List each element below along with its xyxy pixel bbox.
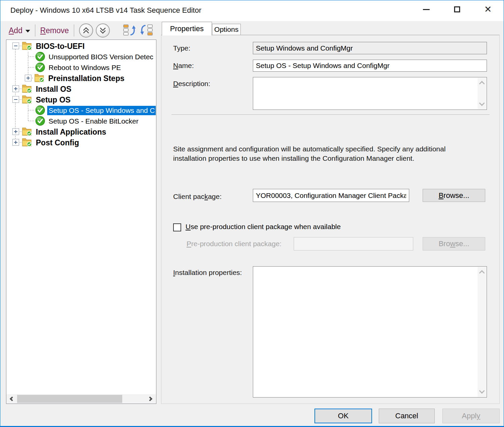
tree-item[interactable]: Preinstallation Steps xyxy=(6,73,156,83)
remove-button-label: Remove xyxy=(40,26,69,35)
reorder-up-icon xyxy=(123,24,136,37)
dropdown-caret-icon xyxy=(25,30,30,32)
site-assignment-info-text: Site assignment and configuration will b… xyxy=(173,144,458,163)
folder-check-icon xyxy=(22,41,32,51)
tree-item[interactable]: Install OS xyxy=(6,83,156,94)
close-button[interactable]: ✕ xyxy=(473,0,503,18)
reorder-down-icon xyxy=(140,24,153,37)
section-separator xyxy=(171,115,490,115)
tab-options[interactable]: Options xyxy=(212,24,241,35)
cancel-button-label: Cancel xyxy=(395,412,418,420)
preproduction-package-label: Pre-production client package: xyxy=(187,240,282,248)
expand-plus-icon[interactable] xyxy=(12,85,19,92)
preproduction-package-field[interactable] xyxy=(294,237,413,251)
scrollbar-thumb[interactable] xyxy=(17,395,122,403)
tree-item[interactable]: Setup OS xyxy=(6,94,156,105)
minimize-button[interactable] xyxy=(411,0,442,18)
remove-button[interactable]: Remove xyxy=(40,26,69,35)
collapse-minus-icon[interactable] xyxy=(12,43,19,49)
move-up-button[interactable] xyxy=(79,23,93,38)
window-title: Deploy - Windows 10 x64 LTSB v14 Task Se… xyxy=(10,6,201,15)
tree-guide-line xyxy=(28,110,34,111)
reorder-down-button[interactable] xyxy=(140,24,153,38)
folder-check-icon xyxy=(22,84,32,94)
tree-rows: BIOS-to-UEFIUnsupported BIOS Version Det… xyxy=(6,41,156,394)
tree-item-label: Setup OS xyxy=(34,95,156,104)
tree-item-label: Preinstallation Steps xyxy=(47,74,156,83)
properties-panel: Type: Name: Description: Site assignment… xyxy=(161,35,500,404)
tree-toolbar: Add Remove xyxy=(6,22,156,39)
tree-item-label: Unsupported BIOS Version Detec xyxy=(47,52,156,62)
installation-properties-label: Installation properties: xyxy=(173,269,242,277)
preproduction-browse-button: Browse... xyxy=(423,237,485,251)
tab-properties[interactable]: Properties xyxy=(162,22,212,35)
preproduction-checkbox-label: Use pre-production client package when a… xyxy=(186,223,341,231)
tree-item-label: BIOS-to-UEFI xyxy=(34,42,156,51)
tree-item-label: Setup OS - Enable BitLocker xyxy=(47,117,156,126)
window-controls: ✕ xyxy=(411,0,503,18)
client-package-field[interactable] xyxy=(253,189,409,202)
scroll-up-icon xyxy=(479,81,485,87)
scroll-down-icon xyxy=(479,100,485,106)
chevron-right-icon xyxy=(148,397,152,401)
client-package-browse-button[interactable]: Browse... xyxy=(423,189,485,202)
name-field[interactable] xyxy=(253,60,487,72)
reorder-up-button[interactable] xyxy=(123,24,136,38)
installation-properties-field[interactable] xyxy=(253,266,487,398)
check-circle-icon xyxy=(35,62,45,72)
task-sequence-tree: BIOS-to-UEFIUnsupported BIOS Version Det… xyxy=(6,40,156,404)
check-circle-icon xyxy=(35,52,45,62)
apply-button-label: Apply xyxy=(462,412,480,420)
tree-horizontal-scrollbar[interactable] xyxy=(6,394,156,404)
folder-check-icon xyxy=(34,73,44,83)
check-circle-icon xyxy=(35,105,45,115)
toolbar-separator xyxy=(35,24,35,37)
scroll-down-icon xyxy=(479,388,485,394)
expand-plus-icon[interactable] xyxy=(12,139,19,146)
browse-disabled-label: Browse... xyxy=(439,239,470,248)
scroll-right-button[interactable] xyxy=(146,394,156,404)
toolbar-separator xyxy=(74,24,74,37)
add-button[interactable]: Add xyxy=(9,26,30,35)
tree-item-label: Setup OS - Setup Windows and C xyxy=(47,106,156,115)
tree-item[interactable]: BIOS-to-UEFI xyxy=(6,41,156,51)
type-label: Type: xyxy=(173,44,190,52)
tree-guide-line xyxy=(28,121,34,121)
tree-item-label: Post Config xyxy=(34,138,156,147)
chevron-left-icon xyxy=(10,397,14,401)
tree-guide-line xyxy=(28,105,28,121)
tree-guide-line xyxy=(32,78,34,78)
ok-button-label: OK xyxy=(338,412,349,420)
scroll-left-button[interactable] xyxy=(6,394,16,404)
folder-check-icon xyxy=(22,127,32,137)
browse-button-label: Browse... xyxy=(439,191,470,200)
folder-check-icon xyxy=(22,137,32,147)
tab-options-label: Options xyxy=(214,25,238,33)
task-sequence-editor-window: Deploy - Windows 10 x64 LTSB v14 Task Se… xyxy=(0,0,504,427)
titlebar: Deploy - Windows 10 x64 LTSB v14 Task Se… xyxy=(0,0,504,21)
type-field[interactable] xyxy=(253,42,487,54)
expand-plus-icon[interactable] xyxy=(25,75,31,81)
tree-item[interactable]: Install Applications xyxy=(6,126,156,137)
installation-properties-scroll-track xyxy=(478,267,486,397)
cancel-button[interactable]: Cancel xyxy=(379,409,435,423)
description-scroll-track xyxy=(478,78,486,109)
move-down-button[interactable] xyxy=(96,23,110,38)
tree-item[interactable]: Post Config xyxy=(6,137,156,148)
expand-plus-icon[interactable] xyxy=(12,128,19,135)
scroll-up-icon xyxy=(479,270,485,276)
double-chevron-up-icon xyxy=(82,26,90,35)
apply-button: Apply xyxy=(442,409,500,423)
description-field[interactable] xyxy=(253,77,487,110)
ok-button[interactable]: OK xyxy=(314,409,372,423)
double-chevron-down-icon xyxy=(98,26,107,35)
add-button-label: Add xyxy=(9,26,22,35)
tree-item-label: Install Applications xyxy=(34,127,156,137)
maximize-button[interactable] xyxy=(442,0,473,18)
client-package-label: Client package: xyxy=(173,193,222,201)
tree-guide-line xyxy=(28,56,34,57)
description-label: Description: xyxy=(173,80,210,88)
collapse-minus-icon[interactable] xyxy=(12,96,19,103)
close-icon: ✕ xyxy=(484,5,492,14)
preproduction-checkbox[interactable] xyxy=(173,223,181,231)
